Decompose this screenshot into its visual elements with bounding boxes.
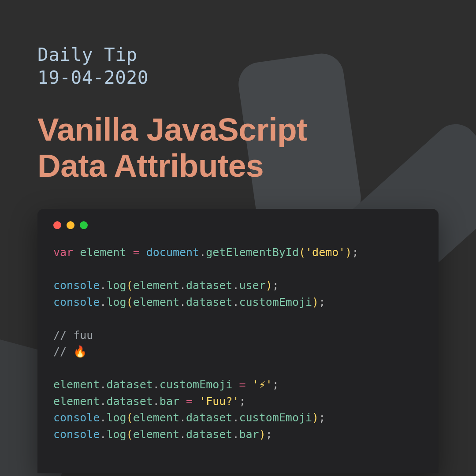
title-line-2: Data Attributes bbox=[37, 148, 439, 184]
code-prop: dataset bbox=[106, 395, 152, 408]
code-prop: customEmoji bbox=[239, 411, 312, 424]
code-object: console bbox=[53, 279, 100, 292]
code-object: console bbox=[53, 411, 100, 424]
code-method: log bbox=[106, 428, 126, 441]
code-string: 'demo' bbox=[305, 246, 345, 259]
window-controls bbox=[53, 221, 423, 229]
code-prop: dataset bbox=[186, 296, 232, 309]
code-prop: dataset bbox=[186, 279, 232, 292]
code-variable: element bbox=[133, 279, 179, 292]
code-block: var element = document.getElementById('d… bbox=[53, 244, 423, 443]
code-prop: bar bbox=[239, 428, 259, 441]
minimize-icon bbox=[67, 221, 74, 229]
code-variable: element bbox=[53, 378, 100, 391]
title-line-1: Vanilla JavaScript bbox=[37, 112, 439, 148]
content-area: Daily Tip 19-04-2020 Vanilla JavaScript … bbox=[0, 0, 476, 473]
code-variable: element bbox=[133, 411, 179, 424]
code-operator: = bbox=[133, 246, 140, 259]
page-title: Vanilla JavaScript Data Attributes bbox=[37, 112, 439, 184]
code-method: getElementById bbox=[206, 246, 299, 259]
code-object: console bbox=[53, 296, 100, 309]
code-variable: element bbox=[80, 246, 126, 259]
code-string: 'Fuu?' bbox=[199, 395, 239, 408]
code-prop: bar bbox=[160, 395, 179, 408]
subtitle-date: 19-04-2020 bbox=[37, 66, 439, 89]
maximize-icon bbox=[80, 221, 88, 229]
code-comment: // 🔥 bbox=[53, 345, 87, 358]
code-prop: dataset bbox=[106, 378, 152, 391]
subtitle: Daily Tip 19-04-2020 bbox=[37, 43, 439, 89]
code-keyword: var bbox=[53, 246, 73, 259]
code-editor: var element = document.getElementById('d… bbox=[37, 209, 439, 473]
code-operator: = bbox=[239, 378, 245, 391]
code-prop: dataset bbox=[186, 428, 232, 441]
code-object: document bbox=[146, 246, 199, 259]
code-variable: element bbox=[133, 428, 179, 441]
code-prop: dataset bbox=[186, 411, 232, 424]
code-prop: customEmoji bbox=[239, 296, 312, 309]
code-method: log bbox=[106, 279, 126, 292]
code-prop: customEmoji bbox=[160, 378, 233, 391]
code-object: console bbox=[53, 428, 100, 441]
code-operator: = bbox=[186, 395, 193, 408]
code-string: '⚡' bbox=[253, 378, 272, 391]
code-variable: element bbox=[53, 395, 100, 408]
code-method: log bbox=[106, 411, 126, 424]
subtitle-label: Daily Tip bbox=[37, 43, 439, 66]
close-icon bbox=[53, 221, 61, 229]
code-variable: element bbox=[133, 296, 179, 309]
code-comment: // fuu bbox=[53, 329, 93, 342]
code-prop: user bbox=[239, 279, 265, 292]
code-method: log bbox=[106, 296, 126, 309]
